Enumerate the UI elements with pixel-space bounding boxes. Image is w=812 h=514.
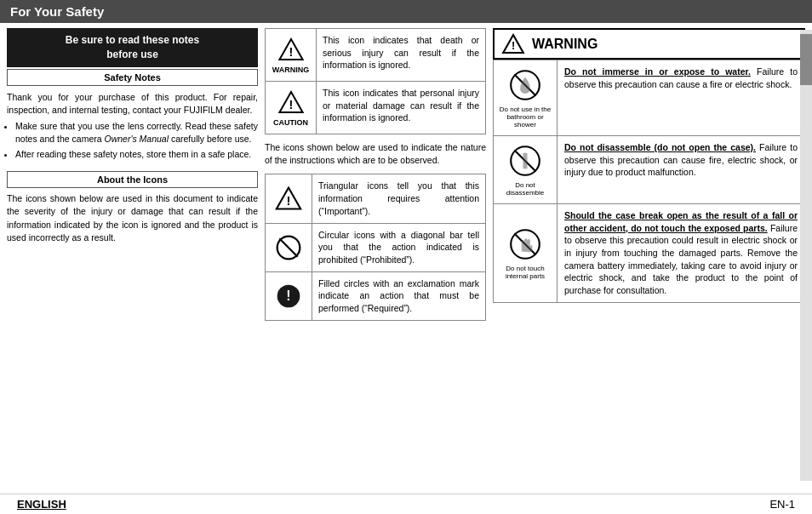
warning-triangle-icon: !: [277, 36, 305, 63]
filled-circle-ex-cell: !: [266, 272, 312, 320]
right-warning-row-3: Do not touch internal parts Should the c…: [494, 204, 804, 302]
icons-used-text: The icons shown below are used to indica…: [265, 141, 486, 167]
body-text: Thank you for your purchase of this prod…: [7, 91, 258, 117]
warning-desc-2: This icon indicates that personal injury…: [317, 82, 485, 134]
triangle-ex-icon: !: [274, 186, 303, 211]
right-desc-3: Should the case break open as the result…: [558, 204, 804, 302]
safety-notes-label: Safety Notes: [7, 69, 258, 86]
right-desc-2: Do not disassemble (do not open the case…: [558, 136, 804, 203]
triangle-ex-cell: !: [266, 174, 312, 222]
middle-column: ! WARNING This icon indicates that death…: [265, 28, 486, 488]
left-column: Be sure to read these notes before use S…: [7, 28, 258, 488]
warning-title-text: WARNING: [532, 37, 598, 52]
footer: ENGLISH EN-1: [0, 494, 812, 514]
circle-slash-ex-icon: [275, 234, 302, 261]
about-icons-label: About the Icons: [7, 171, 258, 188]
footer-language: ENGLISH: [17, 498, 66, 511]
no-water-icon: [507, 67, 543, 103]
safety-header-box: Be sure to read these notes before use: [7, 28, 258, 67]
page-container: For Your Safety Be sure to read these no…: [0, 0, 812, 514]
svg-text:!: !: [286, 288, 290, 303]
right-column: ! WARNING Do not use in the bathroom or …: [493, 28, 805, 488]
right-icon-cell-2: Do not disassemble: [494, 136, 558, 203]
svg-text:!: !: [289, 45, 293, 59]
right-desc-3-bold: Should the case break open as the result…: [564, 210, 798, 233]
warning-table: ! WARNING This icon indicates that death…: [265, 28, 486, 134]
caution-label: CAUTION: [273, 118, 308, 127]
right-warning-box: Do not use in the bathroom or shower Do …: [493, 60, 805, 303]
svg-text:!: !: [512, 40, 515, 52]
right-icon-label-3: Do not touch internal parts: [497, 265, 553, 280]
warning-label: WARNING: [272, 66, 310, 74]
bullet-item-2: After reading these safety notes, store …: [15, 148, 258, 161]
safety-header-line1: Be sure to read these notes: [66, 34, 199, 46]
svg-text:!: !: [289, 98, 293, 111]
right-icon-cell-3: Do not touch internal parts: [494, 204, 558, 302]
right-icon-label-2: Do not disassemble: [497, 181, 553, 197]
icon-ex-row-1: ! Triangular icons tell you that this in…: [266, 174, 485, 223]
scrollbar[interactable]: [800, 30, 812, 481]
warning-desc-1: This icon indicates that death or seriou…: [317, 29, 485, 81]
icon-ex-row-3: ! Filled circles with an exclamation mar…: [266, 272, 485, 320]
caution-triangle-icon: !: [277, 89, 305, 116]
warning-row-1: ! WARNING This icon indicates that death…: [266, 29, 485, 82]
icon-ex-desc-2: Circular icons with a diagonal bar tell …: [312, 224, 485, 271]
icon-ex-desc-3: Filled circles with an exclamation mark …: [312, 272, 485, 320]
footer-page: EN-1: [769, 498, 795, 511]
right-desc-2-bold: Do not disassemble (do not open the case…: [564, 142, 756, 152]
icon-examples-table: ! Triangular icons tell you that this in…: [265, 174, 486, 320]
page-header: For Your Safety: [0, 0, 812, 23]
circle-slash-ex-cell: [266, 224, 312, 271]
safety-header-line2: before use: [106, 49, 158, 60]
right-desc-1: Do not immerse in or expose to water. Fa…: [558, 60, 804, 135]
no-touch-icon: [507, 226, 543, 262]
right-icon-cell-1: Do not use in the bathroom or shower: [494, 60, 558, 135]
scrollbar-thumb[interactable]: [800, 34, 812, 85]
right-warning-row-1: Do not use in the bathroom or shower Do …: [494, 60, 804, 136]
warning-title-row: ! WARNING: [493, 28, 805, 60]
no-disassemble-icon: [507, 143, 543, 179]
right-icon-label-1: Do not use in the bathroom or shower: [497, 106, 553, 128]
filled-circle-ex-icon: !: [275, 283, 302, 310]
bullet-list: Make sure that you use the lens correctl…: [7, 120, 258, 164]
caution-icon-cell: ! CAUTION: [266, 82, 317, 134]
warning-title-icon: !: [501, 33, 525, 54]
right-warning-row-2: Do not disassemble Do not disassemble (d…: [494, 136, 804, 204]
icon-ex-row-2: Circular icons with a diagonal bar tell …: [266, 224, 485, 272]
bullet-item-1: Make sure that you use the lens correctl…: [15, 120, 258, 145]
icon-ex-desc-1: Triangular icons tell you that this info…: [312, 174, 485, 222]
svg-line-7: [279, 238, 297, 256]
page-title: For Your Safety: [10, 4, 104, 19]
svg-text:!: !: [287, 194, 291, 208]
main-content: Be sure to read these notes before use S…: [0, 23, 812, 494]
warning-row-2: ! CAUTION This icon indicates that perso…: [266, 82, 485, 134]
about-icons-text: The icons shown below are used in this d…: [7, 192, 258, 244]
warning-icon-cell: ! WARNING: [266, 29, 317, 81]
right-desc-1-bold: Do not immerse in or expose to water.: [564, 66, 751, 77]
svg-rect-16: [523, 153, 527, 168]
